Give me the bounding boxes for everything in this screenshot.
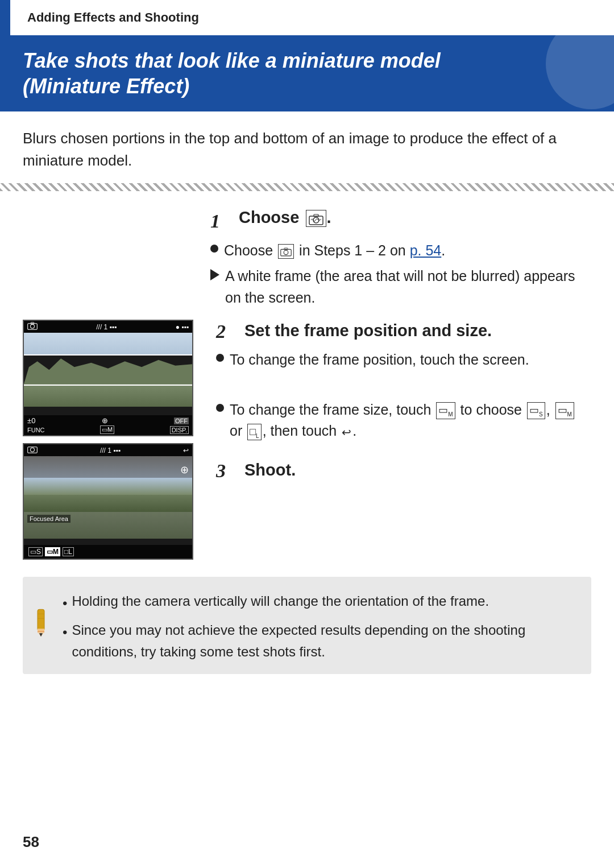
size-l-option: □L [63, 547, 74, 556]
note-bullet-2: • [63, 622, 67, 643]
frame-s-icon-inline: ▭S [527, 402, 545, 419]
note-item-2: • Since you may not achieve the expected… [63, 619, 578, 663]
step-3-area: 3 Shoot. [216, 459, 591, 482]
page-title: Take shots that look like a miniature mo… [23, 48, 591, 99]
step-2-bullet-2: To change the frame size, touch ▭M to ch… [216, 399, 591, 442]
bullet-triangle-icon [210, 269, 219, 280]
note-bullet-1: • [63, 593, 67, 614]
clear-middle [24, 478, 192, 512]
step-2-title: Set the frame position and size. [244, 320, 492, 342]
step-1-row: 1 Choose . [23, 207, 591, 308]
note-box: • Holding the camera vertically will cha… [23, 577, 591, 674]
frame-m-icon-inline2: ▭M [555, 402, 574, 419]
frame-m-icon-inline: ▭M [436, 402, 455, 419]
frame-l-icon-inline: □L [247, 424, 261, 441]
cam-mode-icon-2 [27, 445, 38, 455]
steps-section: 1 Choose . [0, 207, 614, 560]
title-decoration [546, 35, 614, 111]
section-label: Adding Effects and Shooting [10, 0, 216, 35]
note-pencil-icon [31, 608, 51, 643]
cam-image-area-1 [24, 333, 192, 407]
cam-back-icon: ↩ [183, 447, 189, 454]
page-number: 58 [23, 833, 39, 851]
step-1-number: 1 [210, 210, 233, 232]
miniature-mode-icon [306, 210, 326, 227]
size-s-option: ▭S [28, 547, 43, 556]
bullet-circle-2-2 [216, 404, 224, 412]
svg-point-7 [31, 324, 35, 328]
step-1-bullet-2: A white frame (the area that will not be… [210, 266, 591, 308]
cam-info-3: /// 1 ▪▪▪ [100, 447, 121, 454]
sky-layer [24, 333, 192, 356]
svg-point-4 [284, 250, 288, 255]
cam-center-icon: ⊕ [102, 416, 108, 425]
step-3-number: 3 [216, 460, 239, 482]
cam-exposure: ±0 [27, 416, 35, 425]
cam-info-2: ● ▪▪▪ [176, 323, 189, 331]
camera-screen-1: /// 1 ▪▪▪ ● ▪▪▪ [23, 320, 193, 436]
note-item-1: • Holding the camera vertically will cha… [63, 590, 578, 614]
title-box: Take shots that look like a miniature mo… [0, 35, 614, 111]
cam-image-area-2: Focused Area ⊕ [24, 456, 192, 539]
step-1-content: 1 Choose . [210, 207, 591, 308]
svg-point-10 [31, 448, 35, 452]
cam-toolbar-top-2: /// 1 ▪▪▪ ↩ [24, 444, 192, 456]
top-bar: Adding Effects and Shooting [0, 0, 614, 35]
step-2-bullet-1: To change the frame position, touch the … [216, 349, 591, 371]
back-icon-inline: ↩ [342, 424, 351, 441]
cam-toolbar-bottom-1: ±0 ⊕ OFF FUNC ▭M DISP. [24, 415, 192, 435]
stripe-divider [0, 183, 614, 191]
cam-mode-icon-1 [27, 322, 38, 332]
step-1-title: Choose . [239, 207, 331, 229]
page-container: Adding Effects and Shooting Take shots t… [0, 0, 614, 868]
step-3-title: Shoot. [244, 460, 296, 481]
step-1-bullet-1: Choose in Steps 1 – 2 on p. 54. [210, 240, 591, 262]
size-m-option-active: ▭M [45, 547, 60, 556]
cam-func: FUNC [27, 427, 45, 433]
blue-accent-bar [0, 0, 10, 35]
camera-screen-2: /// 1 ▪▪▪ ↩ [23, 443, 193, 560]
two-col-row: /// 1 ▪▪▪ ● ▪▪▪ [23, 320, 591, 560]
cam-zoom-icon: ⊕ [180, 460, 189, 477]
ground-layer [24, 384, 192, 407]
miniature-mode-icon-small [278, 244, 294, 259]
size-options-bar: ▭S ▭M □L [24, 545, 192, 559]
bullet-circle-icon [210, 245, 218, 253]
steps-right-col: 2 Set the frame position and size. To ch… [216, 320, 591, 482]
bullet-circle-2-1 [216, 354, 224, 362]
cam-info-1: /// 1 ▪▪▪ [96, 323, 117, 331]
title-decoration-circle [546, 35, 614, 109]
step-2-area: 2 Set the frame position and size. To ch… [216, 320, 591, 442]
cam-disp: DISP. [170, 426, 189, 434]
focused-area-label: Focused Area [27, 515, 70, 523]
page-link-54[interactable]: p. 54 [410, 242, 442, 258]
intro-text: Blurs chosen portions in the top and bot… [0, 111, 614, 177]
blur-top [24, 456, 192, 478]
step-2-number: 2 [216, 321, 239, 342]
cam-off-icon: OFF [174, 418, 189, 424]
white-frame-overlay [24, 354, 192, 386]
cam-toolbar-top-1: /// 1 ▪▪▪ ● ▪▪▪ [24, 321, 192, 333]
cam-m-size: ▭M [100, 425, 114, 434]
svg-rect-12 [38, 609, 44, 631]
images-col: /// 1 ▪▪▪ ● ▪▪▪ [23, 320, 199, 560]
